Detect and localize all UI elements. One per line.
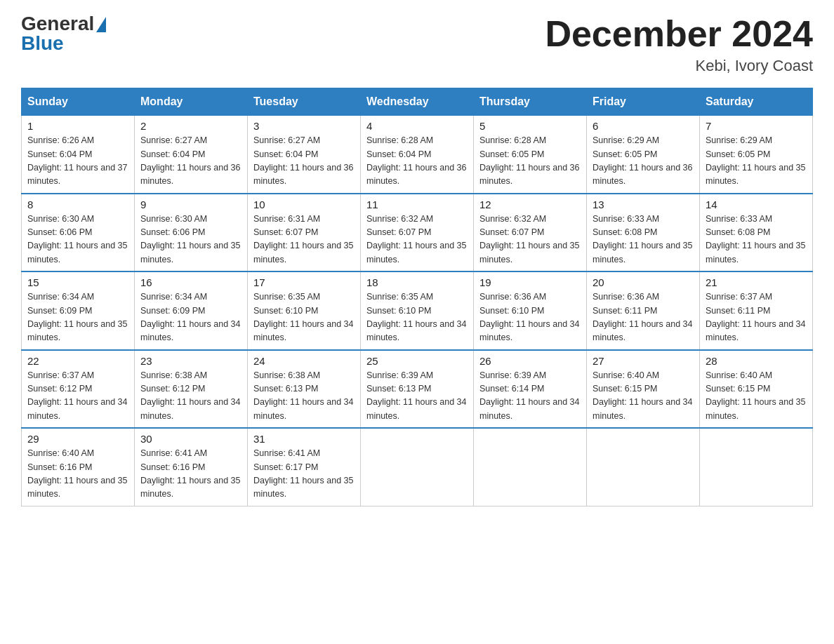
day-number: 21 <box>706 276 807 288</box>
calendar-title: December 2024 <box>545 14 813 54</box>
day-cell: 23 Sunrise: 6:38 AMSunset: 6:12 PMDaylig… <box>135 350 248 429</box>
day-info: Sunrise: 6:36 AMSunset: 6:11 PMDaylight:… <box>593 292 692 342</box>
day-cell <box>361 428 474 506</box>
day-info: Sunrise: 6:41 AMSunset: 6:16 PMDaylight:… <box>140 448 240 499</box>
day-cell: 2 Sunrise: 6:27 AMSunset: 6:04 PMDayligh… <box>135 116 248 194</box>
day-info: Sunrise: 6:27 AMSunset: 6:04 PMDaylight:… <box>253 135 353 186</box>
logo: General Blue <box>21 14 106 53</box>
day-cell: 17 Sunrise: 6:35 AMSunset: 6:10 PMDaylig… <box>248 271 361 350</box>
day-info: Sunrise: 6:38 AMSunset: 6:13 PMDaylight:… <box>253 370 353 421</box>
day-cell: 10 Sunrise: 6:31 AMSunset: 6:07 PMDaylig… <box>248 194 361 272</box>
day-cell: 7 Sunrise: 6:29 AMSunset: 6:05 PMDayligh… <box>700 116 813 194</box>
day-number: 13 <box>593 199 694 210</box>
day-number: 1 <box>27 120 128 132</box>
week-row-2: 8 Sunrise: 6:30 AMSunset: 6:06 PMDayligh… <box>22 194 813 272</box>
day-cell: 16 Sunrise: 6:34 AMSunset: 6:09 PMDaylig… <box>135 271 248 350</box>
day-cell: 15 Sunrise: 6:34 AMSunset: 6:09 PMDaylig… <box>22 271 135 350</box>
day-info: Sunrise: 6:32 AMSunset: 6:07 PMDaylight:… <box>366 214 466 264</box>
day-number: 30 <box>140 433 241 445</box>
col-header-monday: Monday <box>135 88 248 116</box>
day-cell <box>587 428 700 506</box>
header: General Blue December 2024 Kebi, Ivory C… <box>21 14 813 75</box>
day-number: 25 <box>366 355 468 367</box>
day-cell: 6 Sunrise: 6:29 AMSunset: 6:05 PMDayligh… <box>587 116 700 194</box>
day-info: Sunrise: 6:40 AMSunset: 6:15 PMDaylight:… <box>706 370 805 421</box>
day-info: Sunrise: 6:37 AMSunset: 6:12 PMDaylight:… <box>27 370 127 421</box>
day-number: 14 <box>706 199 807 210</box>
day-cell: 30 Sunrise: 6:41 AMSunset: 6:16 PMDaylig… <box>135 428 248 506</box>
day-info: Sunrise: 6:29 AMSunset: 6:05 PMDaylight:… <box>706 135 805 186</box>
day-number: 3 <box>253 120 355 132</box>
calendar-subtitle: Kebi, Ivory Coast <box>545 57 813 75</box>
calendar-table: SundayMondayTuesdayWednesdayThursdayFrid… <box>21 88 813 507</box>
col-header-sunday: Sunday <box>22 88 135 116</box>
day-number: 19 <box>479 276 581 288</box>
day-cell: 11 Sunrise: 6:32 AMSunset: 6:07 PMDaylig… <box>361 194 474 272</box>
day-cell: 27 Sunrise: 6:40 AMSunset: 6:15 PMDaylig… <box>587 350 700 429</box>
day-info: Sunrise: 6:29 AMSunset: 6:05 PMDaylight:… <box>593 135 692 186</box>
day-cell <box>700 428 813 506</box>
day-info: Sunrise: 6:31 AMSunset: 6:07 PMDaylight:… <box>253 214 353 264</box>
day-cell: 4 Sunrise: 6:28 AMSunset: 6:04 PMDayligh… <box>361 116 474 194</box>
day-number: 15 <box>27 276 128 288</box>
week-row-4: 22 Sunrise: 6:37 AMSunset: 6:12 PMDaylig… <box>22 350 813 429</box>
day-cell: 26 Sunrise: 6:39 AMSunset: 6:14 PMDaylig… <box>474 350 587 429</box>
day-info: Sunrise: 6:40 AMSunset: 6:16 PMDaylight:… <box>27 448 127 499</box>
col-header-thursday: Thursday <box>474 88 587 116</box>
day-number: 7 <box>706 120 807 132</box>
day-number: 27 <box>593 355 694 367</box>
day-cell: 8 Sunrise: 6:30 AMSunset: 6:06 PMDayligh… <box>22 194 135 272</box>
day-number: 22 <box>27 355 128 367</box>
col-header-wednesday: Wednesday <box>361 88 474 116</box>
day-info: Sunrise: 6:28 AMSunset: 6:04 PMDaylight:… <box>366 135 466 186</box>
day-number: 29 <box>27 433 128 445</box>
day-info: Sunrise: 6:28 AMSunset: 6:05 PMDaylight:… <box>479 135 579 186</box>
day-number: 6 <box>593 120 694 132</box>
day-number: 10 <box>253 199 355 210</box>
logo-triangle-icon <box>96 17 106 32</box>
day-info: Sunrise: 6:39 AMSunset: 6:14 PMDaylight:… <box>479 370 579 421</box>
day-info: Sunrise: 6:34 AMSunset: 6:09 PMDaylight:… <box>27 292 127 342</box>
week-row-3: 15 Sunrise: 6:34 AMSunset: 6:09 PMDaylig… <box>22 271 813 350</box>
day-info: Sunrise: 6:41 AMSunset: 6:17 PMDaylight:… <box>253 448 353 499</box>
day-info: Sunrise: 6:35 AMSunset: 6:10 PMDaylight:… <box>366 292 466 342</box>
logo-general-text: General <box>21 14 94 34</box>
day-number: 31 <box>253 433 355 445</box>
day-cell: 28 Sunrise: 6:40 AMSunset: 6:15 PMDaylig… <box>700 350 813 429</box>
header-row: SundayMondayTuesdayWednesdayThursdayFrid… <box>22 88 813 116</box>
day-number: 24 <box>253 355 355 367</box>
day-info: Sunrise: 6:40 AMSunset: 6:15 PMDaylight:… <box>593 370 692 421</box>
day-cell: 20 Sunrise: 6:36 AMSunset: 6:11 PMDaylig… <box>587 271 700 350</box>
day-cell: 21 Sunrise: 6:37 AMSunset: 6:11 PMDaylig… <box>700 271 813 350</box>
day-info: Sunrise: 6:34 AMSunset: 6:09 PMDaylight:… <box>140 292 240 342</box>
day-number: 28 <box>706 355 807 367</box>
day-number: 5 <box>479 120 581 132</box>
day-cell: 24 Sunrise: 6:38 AMSunset: 6:13 PMDaylig… <box>248 350 361 429</box>
day-cell: 31 Sunrise: 6:41 AMSunset: 6:17 PMDaylig… <box>248 428 361 506</box>
day-number: 26 <box>479 355 581 367</box>
day-cell: 29 Sunrise: 6:40 AMSunset: 6:16 PMDaylig… <box>22 428 135 506</box>
day-cell: 5 Sunrise: 6:28 AMSunset: 6:05 PMDayligh… <box>474 116 587 194</box>
day-number: 9 <box>140 199 241 210</box>
day-number: 16 <box>140 276 241 288</box>
day-cell: 9 Sunrise: 6:30 AMSunset: 6:06 PMDayligh… <box>135 194 248 272</box>
day-number: 4 <box>366 120 468 132</box>
day-info: Sunrise: 6:33 AMSunset: 6:08 PMDaylight:… <box>706 214 805 264</box>
title-area: December 2024 Kebi, Ivory Coast <box>545 14 813 75</box>
day-cell: 13 Sunrise: 6:33 AMSunset: 6:08 PMDaylig… <box>587 194 700 272</box>
day-number: 11 <box>366 199 468 210</box>
day-info: Sunrise: 6:26 AMSunset: 6:04 PMDaylight:… <box>27 135 127 186</box>
day-info: Sunrise: 6:32 AMSunset: 6:07 PMDaylight:… <box>479 214 579 264</box>
day-info: Sunrise: 6:35 AMSunset: 6:10 PMDaylight:… <box>253 292 353 342</box>
day-cell: 19 Sunrise: 6:36 AMSunset: 6:10 PMDaylig… <box>474 271 587 350</box>
day-number: 8 <box>27 199 128 210</box>
day-info: Sunrise: 6:33 AMSunset: 6:08 PMDaylight:… <box>593 214 692 264</box>
week-row-1: 1 Sunrise: 6:26 AMSunset: 6:04 PMDayligh… <box>22 116 813 194</box>
day-number: 12 <box>479 199 581 210</box>
day-number: 18 <box>366 276 468 288</box>
day-cell: 12 Sunrise: 6:32 AMSunset: 6:07 PMDaylig… <box>474 194 587 272</box>
day-info: Sunrise: 6:27 AMSunset: 6:04 PMDaylight:… <box>140 135 240 186</box>
day-number: 2 <box>140 120 241 132</box>
day-number: 23 <box>140 355 241 367</box>
day-cell <box>474 428 587 506</box>
